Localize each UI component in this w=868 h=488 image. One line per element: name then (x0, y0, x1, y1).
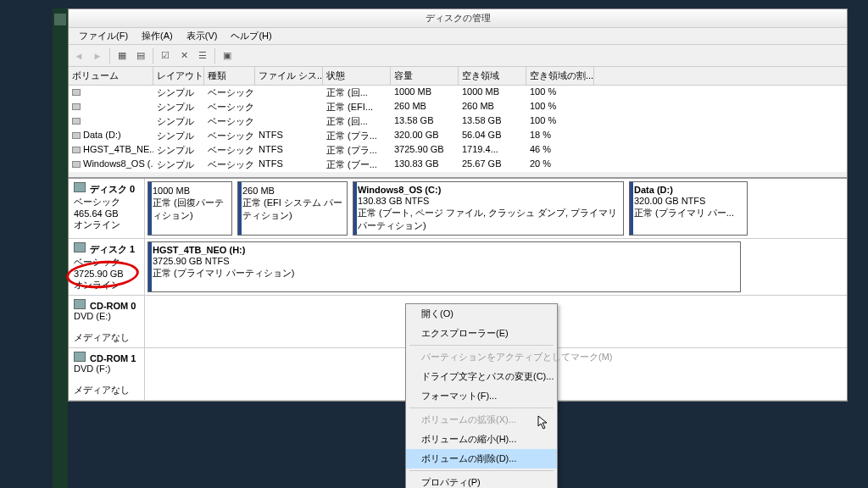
window-title: ディスクの管理 (426, 12, 491, 25)
col-status[interactable]: 状態 (323, 67, 391, 85)
ctx-change-drive-letter[interactable]: ドライブ文字とパスの変更(C)... (406, 367, 557, 386)
cdrom-icon (74, 299, 86, 309)
menu-help[interactable]: ヘルプ(H) (224, 28, 278, 44)
partition-block[interactable]: Data (D:)320.00 GB NTFS正常 (プライマリ パー... (629, 181, 748, 236)
disk-icon (74, 182, 86, 192)
menu-view[interactable]: 表示(V) (180, 28, 225, 44)
title-bar: ディスクの管理 (69, 9, 847, 28)
help-icon[interactable]: ▣ (219, 47, 236, 64)
toolbar: ◄ ► ▦ ▤ ☑ ✕ ☰ ▣ (69, 45, 847, 67)
col-fs[interactable]: ファイル シス... (255, 67, 323, 85)
partition-block[interactable]: HGST_4TB_NEO (H:)3725.90 GB NTFS正常 (プライマ… (147, 241, 741, 292)
partition-block[interactable]: 260 MB正常 (EFI システム パーティション) (237, 181, 348, 236)
volume-row[interactable]: シンプルベーシック正常 (回...13.58 GB13.58 GB100 % (69, 114, 847, 129)
disk-0-row: ディスク 0 ベーシック 465.64 GB オンライン 1000 MB正常 (… (69, 179, 847, 239)
volume-row[interactable]: HGST_4TB_NE...シンプルベーシックNTFS正常 (プラ...3725… (69, 143, 847, 158)
forward-icon: ► (89, 47, 106, 64)
volume-list[interactable]: シンプルベーシック正常 (回...1000 MB1000 MB100 %シンプル… (69, 86, 847, 172)
partition-block[interactable]: Windows8_OS (C:)130.83 GB NTFS正常 (ブート, ペ… (353, 181, 624, 236)
check-icon[interactable]: ☑ (157, 47, 174, 64)
cdrom-0-label[interactable]: CD-ROM 0 DVD (E:) メディアなし (69, 296, 145, 347)
col-volume[interactable]: ボリューム (69, 67, 153, 85)
disk-1-row: ディスク 1 ベーシック 3725.90 GB オンライン HGST_4TB_N… (69, 239, 847, 296)
disk-0-label[interactable]: ディスク 0 ベーシック 465.64 GB オンライン (69, 179, 145, 238)
ctx-format[interactable]: フォーマット(F)... (406, 386, 557, 402)
col-layout[interactable]: レイアウト (153, 67, 204, 85)
menu-file[interactable]: ファイル(F) (72, 28, 135, 44)
col-free[interactable]: 空き領域 (459, 67, 526, 85)
menu-action[interactable]: 操作(A) (135, 28, 180, 44)
partition-block[interactable]: 1000 MB正常 (回復パーティション) (147, 181, 232, 236)
no-media (147, 351, 158, 397)
refresh-icon[interactable]: ▦ (114, 47, 131, 64)
disk-1-partitions: HGST_4TB_NEO (H:)3725.90 GB NTFS正常 (プライマ… (145, 239, 847, 295)
ctx-open[interactable]: 開く(O) (406, 304, 557, 324)
col-pct[interactable]: 空き領域の割... (526, 67, 594, 85)
col-capacity[interactable]: 容量 (391, 67, 459, 85)
list-icon[interactable]: ▤ (132, 47, 149, 64)
disk-0-partitions: 1000 MB正常 (回復パーティション)260 MB正常 (EFI システム … (145, 179, 847, 238)
col-type[interactable]: 種類 (204, 67, 255, 85)
start-icon[interactable] (54, 14, 66, 25)
menu-bar: ファイル(F) 操作(A) 表示(V) ヘルプ(H) (69, 28, 847, 45)
cdrom-icon (74, 352, 86, 362)
volume-list-header: ボリューム レイアウト 種類 ファイル シス... 状態 容量 空き領域 空き領… (69, 67, 847, 86)
delete-icon[interactable]: ✕ (175, 47, 192, 64)
back-icon: ◄ (70, 47, 87, 64)
volume-row[interactable]: Data (D:)シンプルベーシックNTFS正常 (プラ...320.00 GB… (69, 129, 847, 143)
ctx-mark-active: パーティションをアクティブとしてマーク(M) (406, 347, 557, 367)
cdrom-1-label[interactable]: CD-ROM 1 DVD (F:) メディアなし (69, 348, 145, 400)
os-taskbar (53, 8, 68, 402)
context-menu: 開く(O) エクスプローラー(E) パーティションをアクティブとしてマーク(M)… (405, 303, 558, 402)
no-media (147, 298, 158, 345)
volume-row[interactable]: シンプルベーシック正常 (EFI...260 MB260 MB100 % (69, 100, 847, 114)
prop-icon[interactable]: ☰ (194, 47, 211, 64)
volume-row[interactable]: Windows8_OS (...シンプルベーシックNTFS正常 (ブー...13… (69, 158, 847, 172)
disk-1-label[interactable]: ディスク 1 ベーシック 3725.90 GB オンライン (69, 239, 145, 295)
volume-row[interactable]: シンプルベーシック正常 (回...1000 MB1000 MB100 % (69, 86, 847, 100)
ctx-explorer[interactable]: エクスプローラー(E) (406, 324, 557, 343)
disk-icon (74, 242, 86, 252)
